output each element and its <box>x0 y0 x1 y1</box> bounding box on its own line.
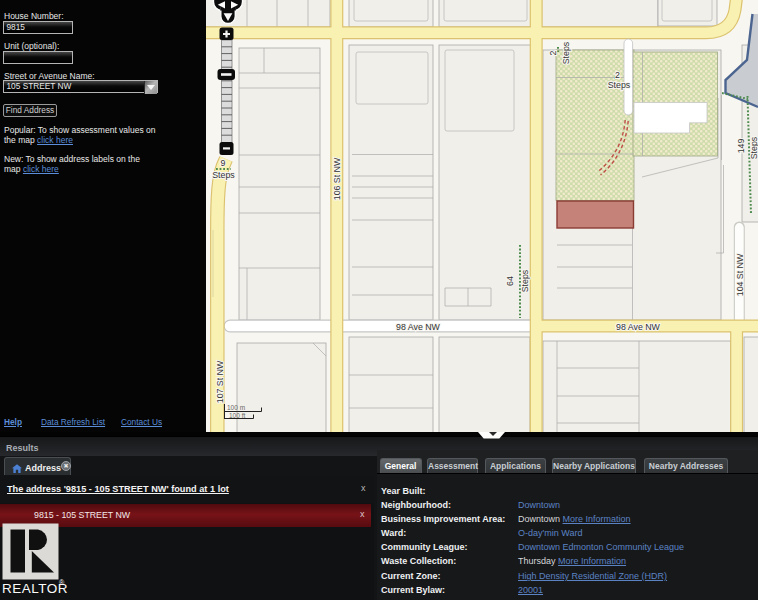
svg-text:Steps: Steps <box>608 80 631 90</box>
svg-text:106 St NW: 106 St NW <box>332 157 342 200</box>
svg-text:149: 149 <box>736 139 746 154</box>
svg-text:107 St NW: 107 St NW <box>215 360 225 403</box>
svg-text:98 Ave NW: 98 Ave NW <box>616 322 661 332</box>
svg-text:2: 2 <box>548 50 558 55</box>
svg-text:98 Ave NW: 98 Ave NW <box>396 322 441 332</box>
svg-text:9: 9 <box>221 158 226 168</box>
svg-text:100 ft: 100 ft <box>229 412 245 419</box>
svg-text:Steps: Steps <box>520 269 530 292</box>
svg-text:®: ® <box>59 579 65 586</box>
svg-text:64: 64 <box>505 276 515 286</box>
svg-text:Steps: Steps <box>212 170 235 180</box>
svg-text:104 St NW: 104 St NW <box>735 253 745 296</box>
svg-text:2: 2 <box>615 70 620 80</box>
svg-text:Steps: Steps <box>561 41 571 64</box>
svg-text:100 m: 100 m <box>227 404 245 411</box>
svg-text:Steps: Steps <box>749 136 758 159</box>
